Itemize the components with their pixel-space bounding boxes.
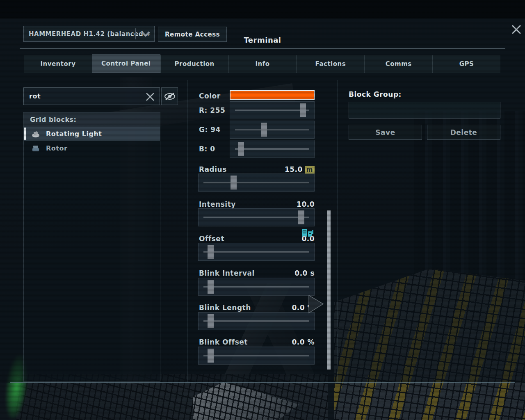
close-icon: [511, 24, 522, 35]
clear-x-icon: [146, 92, 155, 101]
chevron-down-icon: [141, 31, 150, 37]
blink-offset-slider-thumb[interactable]: [208, 349, 214, 363]
green-slider-thumb[interactable]: [261, 123, 267, 137]
grid-blocks-list: Grid blocks: Rotating Light Rotor: [23, 112, 160, 382]
radius-unit-chip: m: [305, 166, 315, 173]
search-value: rot: [24, 92, 41, 100]
close-button[interactable]: [509, 22, 524, 37]
blink-interval-slider-thumb[interactable]: [208, 280, 214, 294]
intensity-value: 10.0: [297, 200, 315, 208]
dialog-bottom-border-faint: [10, 402, 515, 402]
blink-length-slider-thumb[interactable]: [208, 314, 214, 328]
tab-comms[interactable]: Comms: [364, 55, 432, 73]
blink-length-slider: [198, 312, 315, 330]
blink-offset-label: Blink Offset: [199, 338, 248, 346]
blue-slider: [230, 140, 315, 158]
left-panel-divider: [187, 80, 187, 382]
remote-access-label: Remote Access: [165, 31, 220, 38]
block-item-rotating-light[interactable]: Rotating Light: [24, 127, 160, 141]
intensity-slider-thumb[interactable]: [298, 210, 304, 224]
radius-value: 15.0m: [285, 165, 315, 173]
radius-slider-thumb[interactable]: [231, 176, 237, 189]
offset-label: Offset: [199, 235, 224, 243]
mouse-cursor: [308, 295, 324, 314]
tab-production[interactable]: Production: [160, 55, 228, 73]
offset-slider-thumb[interactable]: [208, 245, 214, 259]
blink-length-label: Blink Length: [199, 304, 251, 312]
ship-selector-dropdown[interactable]: HAMMERHEAD H1.42 (balanced +: [23, 26, 155, 42]
ship-selector-value: HAMMERHEAD H1.42 (balanced +: [24, 30, 151, 38]
tab-gps[interactable]: GPS: [432, 55, 500, 73]
green-channel-label: G: 94: [199, 126, 221, 134]
rotor-icon: [31, 145, 41, 152]
radius-label: Radius: [199, 165, 227, 173]
tab-info[interactable]: Info: [228, 55, 297, 73]
color-swatch[interactable]: [230, 90, 315, 100]
blink-offset-slider: [198, 347, 315, 365]
tab-inventory[interactable]: Inventory: [24, 55, 92, 73]
block-item-rotor[interactable]: Rotor: [24, 141, 160, 155]
block-group-input[interactable]: [349, 102, 500, 119]
offset-value: 0.0: [301, 235, 315, 243]
block-group-label: Block Group:: [349, 90, 402, 98]
properties-scrollbar[interactable]: [327, 210, 331, 370]
space-engineers-terminal-screen: HAMMERHEAD H1.42 (balanced + Remote Acce…: [0, 0, 525, 420]
intensity-label: Intensity: [199, 200, 236, 208]
header-separator: [20, 48, 505, 49]
intensity-slider: [198, 208, 315, 226]
blink-interval-value: 0.0 s: [294, 269, 315, 277]
show-hidden-blocks-button[interactable]: [161, 87, 178, 105]
green-slider: [230, 121, 315, 139]
blink-interval-slider: [198, 278, 315, 296]
terminal-tabs: Inventory Control Panel Production Info …: [24, 55, 500, 73]
red-slider-thumb[interactable]: [300, 103, 306, 117]
radius-slider: [198, 173, 315, 192]
red-channel-label: R: 255: [199, 106, 225, 114]
red-slider: [230, 101, 315, 119]
tab-factions[interactable]: Factions: [296, 55, 364, 73]
color-label: Color: [199, 92, 221, 100]
blink-offset-value: 0.0 %: [292, 338, 315, 346]
eye-slash-icon: [164, 92, 176, 101]
middle-panel-divider: [338, 80, 338, 382]
remote-access-button[interactable]: Remote Access: [158, 27, 227, 42]
block-search-input[interactable]: rot: [23, 87, 160, 105]
rotating-light-icon: [31, 130, 41, 138]
blue-slider-thumb[interactable]: [238, 142, 244, 156]
delete-group-button[interactable]: Delete: [427, 125, 500, 140]
tab-control-panel[interactable]: Control Panel: [92, 54, 160, 73]
blink-interval-label: Blink Interval: [199, 269, 255, 277]
page-title: Terminal: [230, 36, 295, 44]
clear-search-button[interactable]: [144, 91, 156, 103]
save-group-button[interactable]: Save: [349, 125, 422, 140]
grid-blocks-header: Grid blocks:: [24, 112, 160, 127]
blue-channel-label: B: 0: [199, 145, 215, 153]
dialog-bottom-border: [10, 382, 515, 383]
offset-slider: [198, 243, 315, 261]
